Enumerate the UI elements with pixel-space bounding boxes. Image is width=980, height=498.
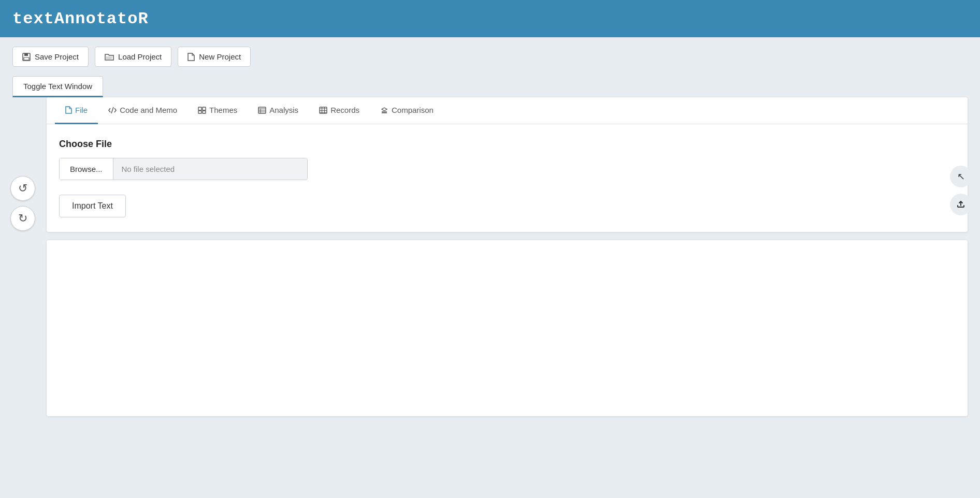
tab-records-label: Records xyxy=(330,106,359,114)
svg-rect-7 xyxy=(203,111,206,113)
tab-analysis[interactable]: Analysis xyxy=(248,97,309,124)
new-file-icon xyxy=(188,53,195,61)
upload-icon xyxy=(956,198,966,211)
tab-themes[interactable]: Themes xyxy=(188,97,248,124)
redo-button[interactable]: ↻ xyxy=(10,206,35,231)
app-title: textAnnotatoR xyxy=(12,9,149,28)
main-content: File Code and Memo xyxy=(0,97,980,429)
tabs-nav: File Code and Memo xyxy=(47,97,968,124)
save-project-label: Save Project xyxy=(35,52,79,61)
svg-rect-2 xyxy=(24,57,29,60)
browse-label: Browse... xyxy=(70,165,103,173)
file-input-wrapper: Browse... No file selected xyxy=(59,158,308,180)
undo-button[interactable]: ↺ xyxy=(10,176,35,201)
tab-code-memo-label: Code and Memo xyxy=(120,106,177,114)
undo-icon: ↺ xyxy=(18,182,27,195)
browse-button[interactable]: Browse... xyxy=(60,158,113,180)
tab-themes-label: Themes xyxy=(209,106,237,114)
toolbar: Save Project Load Project New Project xyxy=(0,37,980,76)
import-text-button[interactable]: Import Text xyxy=(59,195,126,217)
tab-code-memo[interactable]: Code and Memo xyxy=(98,97,188,124)
tab-comparison[interactable]: Comparison xyxy=(370,97,444,124)
cursor-icon: ↖ xyxy=(957,171,965,182)
tab-file-label: File xyxy=(75,106,88,114)
toggle-text-window-button[interactable]: Toggle Text Window xyxy=(12,76,103,97)
file-name-display: No file selected xyxy=(113,158,307,180)
file-tab-content: Choose File Browse... No file selected I… xyxy=(47,124,968,232)
tab-analysis-label: Analysis xyxy=(269,106,298,114)
new-project-label: New Project xyxy=(199,52,241,61)
analysis-tab-icon xyxy=(258,107,266,114)
left-sidebar: ↺ ↻ xyxy=(10,176,35,231)
load-project-label: Load Project xyxy=(118,52,162,61)
new-project-button[interactable]: New Project xyxy=(178,47,251,67)
tab-panel: File Code and Memo xyxy=(47,97,968,232)
file-tab-icon xyxy=(65,106,72,114)
folder-open-icon xyxy=(105,53,114,61)
toggle-section: Toggle Text Window xyxy=(0,76,980,97)
content-panel xyxy=(47,240,968,416)
upload-button[interactable] xyxy=(950,194,972,215)
choose-file-heading: Choose File xyxy=(59,139,955,150)
no-file-label: No file selected xyxy=(122,165,175,173)
import-text-label: Import Text xyxy=(72,201,113,210)
svg-rect-4 xyxy=(198,107,201,110)
svg-rect-5 xyxy=(203,107,206,110)
cursor-button[interactable]: ↖ xyxy=(950,166,972,187)
redo-icon: ↻ xyxy=(18,212,27,225)
svg-line-3 xyxy=(111,107,113,113)
toggle-text-window-label: Toggle Text Window xyxy=(23,82,92,91)
load-project-button[interactable]: Load Project xyxy=(95,47,171,67)
tab-records[interactable]: Records xyxy=(309,97,370,124)
header: textAnnotatoR xyxy=(0,0,980,37)
save-project-button[interactable]: Save Project xyxy=(12,47,89,67)
code-memo-tab-icon xyxy=(108,107,117,114)
svg-rect-1 xyxy=(24,53,28,56)
tab-comparison-label: Comparison xyxy=(392,106,434,114)
tab-file[interactable]: File xyxy=(55,97,98,124)
right-sidebar: ↖ xyxy=(950,166,972,215)
themes-tab-icon xyxy=(198,107,206,114)
comparison-tab-icon xyxy=(380,107,388,114)
svg-rect-6 xyxy=(198,111,201,113)
save-icon xyxy=(22,53,31,61)
records-tab-icon xyxy=(319,107,327,114)
